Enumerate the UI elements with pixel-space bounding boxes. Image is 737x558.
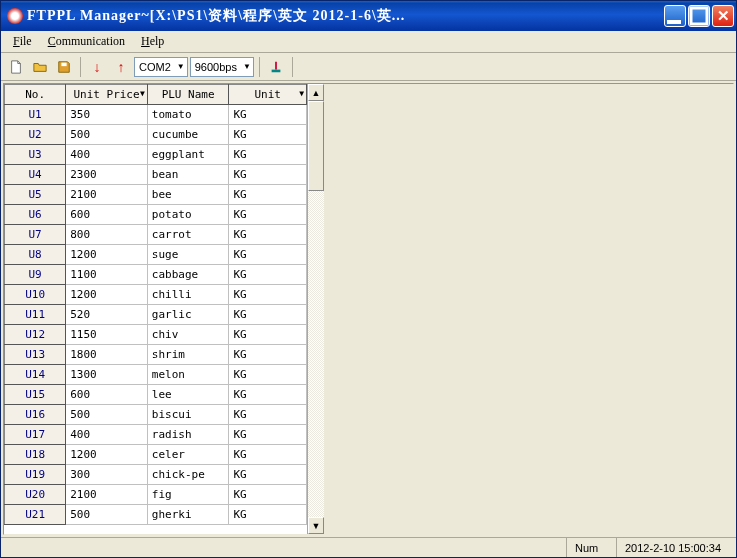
cell-price[interactable]: 800: [66, 225, 148, 245]
row-no[interactable]: U15: [5, 385, 66, 405]
table-row[interactable]: U81200sugeKG: [5, 245, 307, 265]
row-no[interactable]: U2: [5, 125, 66, 145]
col-header-name[interactable]: PLU Name: [147, 85, 229, 105]
cell-unit[interactable]: KG: [229, 385, 307, 405]
menu-communication[interactable]: Communication: [40, 32, 133, 51]
table-row[interactable]: U131800shrimKG: [5, 345, 307, 365]
table-row[interactable]: U141300melonKG: [5, 365, 307, 385]
scroll-down-button[interactable]: ▼: [308, 517, 324, 534]
cell-unit[interactable]: KG: [229, 445, 307, 465]
cell-unit[interactable]: KG: [229, 265, 307, 285]
cell-unit[interactable]: KG: [229, 505, 307, 525]
cell-name[interactable]: biscui: [147, 405, 229, 425]
upload-arrow-icon[interactable]: ↑: [110, 56, 132, 78]
row-no[interactable]: U4: [5, 165, 66, 185]
menu-file[interactable]: File: [5, 32, 40, 51]
cell-name[interactable]: carrot: [147, 225, 229, 245]
cell-name[interactable]: garlic: [147, 305, 229, 325]
row-no[interactable]: U1: [5, 105, 66, 125]
cell-unit[interactable]: KG: [229, 165, 307, 185]
cell-name[interactable]: radish: [147, 425, 229, 445]
cell-name[interactable]: potato: [147, 205, 229, 225]
cell-unit[interactable]: KG: [229, 365, 307, 385]
row-no[interactable]: U3: [5, 145, 66, 165]
scroll-thumb[interactable]: [308, 101, 324, 191]
scroll-up-button[interactable]: ▲: [308, 84, 324, 101]
cell-price[interactable]: 2100: [66, 485, 148, 505]
cell-unit[interactable]: KG: [229, 305, 307, 325]
table-row[interactable]: U181200celerKG: [5, 445, 307, 465]
cell-price[interactable]: 400: [66, 425, 148, 445]
menu-help[interactable]: Help: [133, 32, 172, 51]
cell-name[interactable]: chick-pe: [147, 465, 229, 485]
cell-price[interactable]: 1200: [66, 445, 148, 465]
row-no[interactable]: U13: [5, 345, 66, 365]
cell-name[interactable]: chiv: [147, 325, 229, 345]
row-no[interactable]: U10: [5, 285, 66, 305]
table-row[interactable]: U17400radishKG: [5, 425, 307, 445]
cell-name[interactable]: celer: [147, 445, 229, 465]
cell-price[interactable]: 600: [66, 205, 148, 225]
cell-price[interactable]: 1150: [66, 325, 148, 345]
cell-unit[interactable]: KG: [229, 285, 307, 305]
cell-price[interactable]: 520: [66, 305, 148, 325]
row-no[interactable]: U14: [5, 365, 66, 385]
data-grid[interactable]: No. Unit Price▼ PLU Name Unit▼ U1350toma…: [4, 84, 307, 534]
row-no[interactable]: U7: [5, 225, 66, 245]
new-file-icon[interactable]: [5, 56, 27, 78]
cell-name[interactable]: lee: [147, 385, 229, 405]
cell-name[interactable]: bee: [147, 185, 229, 205]
cell-unit[interactable]: KG: [229, 245, 307, 265]
table-row[interactable]: U6600potatoKG: [5, 205, 307, 225]
cell-unit[interactable]: KG: [229, 125, 307, 145]
row-no[interactable]: U18: [5, 445, 66, 465]
table-row[interactable]: U101200chilliKG: [5, 285, 307, 305]
cell-unit[interactable]: KG: [229, 325, 307, 345]
table-row[interactable]: U15600leeKG: [5, 385, 307, 405]
row-no[interactable]: U6: [5, 205, 66, 225]
cell-price[interactable]: 1800: [66, 345, 148, 365]
table-row[interactable]: U2500cucumbeKG: [5, 125, 307, 145]
download-arrow-icon[interactable]: ↓: [86, 56, 108, 78]
open-folder-icon[interactable]: [29, 56, 51, 78]
cell-price[interactable]: 600: [66, 385, 148, 405]
table-row[interactable]: U1350tomatoKG: [5, 105, 307, 125]
cell-price[interactable]: 1100: [66, 265, 148, 285]
row-no[interactable]: U16: [5, 405, 66, 425]
cell-price[interactable]: 500: [66, 125, 148, 145]
baud-rate-select[interactable]: 9600bps▼: [190, 57, 254, 77]
cell-price[interactable]: 500: [66, 505, 148, 525]
cell-price[interactable]: 2300: [66, 165, 148, 185]
cell-unit[interactable]: KG: [229, 405, 307, 425]
cell-price[interactable]: 1300: [66, 365, 148, 385]
table-row[interactable]: U121150chivKG: [5, 325, 307, 345]
cell-unit[interactable]: KG: [229, 185, 307, 205]
table-row[interactable]: U202100figKG: [5, 485, 307, 505]
table-row[interactable]: U16500biscuiKG: [5, 405, 307, 425]
cell-name[interactable]: suge: [147, 245, 229, 265]
row-no[interactable]: U19: [5, 465, 66, 485]
cell-price[interactable]: 350: [66, 105, 148, 125]
vertical-scrollbar[interactable]: ▲ ▼: [307, 84, 324, 534]
cell-price[interactable]: 500: [66, 405, 148, 425]
table-row[interactable]: U21500gherkiKG: [5, 505, 307, 525]
col-header-price[interactable]: Unit Price▼: [66, 85, 148, 105]
table-row[interactable]: U3400eggplantKG: [5, 145, 307, 165]
cell-price[interactable]: 400: [66, 145, 148, 165]
about-icon[interactable]: [265, 56, 287, 78]
close-button[interactable]: ✕: [712, 5, 734, 27]
table-row[interactable]: U52100beeKG: [5, 185, 307, 205]
maximize-button[interactable]: [688, 5, 710, 27]
cell-unit[interactable]: KG: [229, 425, 307, 445]
row-no[interactable]: U9: [5, 265, 66, 285]
row-no[interactable]: U5: [5, 185, 66, 205]
cell-name[interactable]: cucumbe: [147, 125, 229, 145]
com-port-select[interactable]: COM2▼: [134, 57, 188, 77]
chevron-down-icon[interactable]: ▼: [140, 89, 145, 98]
table-row[interactable]: U11520garlicKG: [5, 305, 307, 325]
table-row[interactable]: U91100cabbageKG: [5, 265, 307, 285]
cell-unit[interactable]: KG: [229, 485, 307, 505]
cell-unit[interactable]: KG: [229, 225, 307, 245]
cell-name[interactable]: bean: [147, 165, 229, 185]
cell-unit[interactable]: KG: [229, 205, 307, 225]
